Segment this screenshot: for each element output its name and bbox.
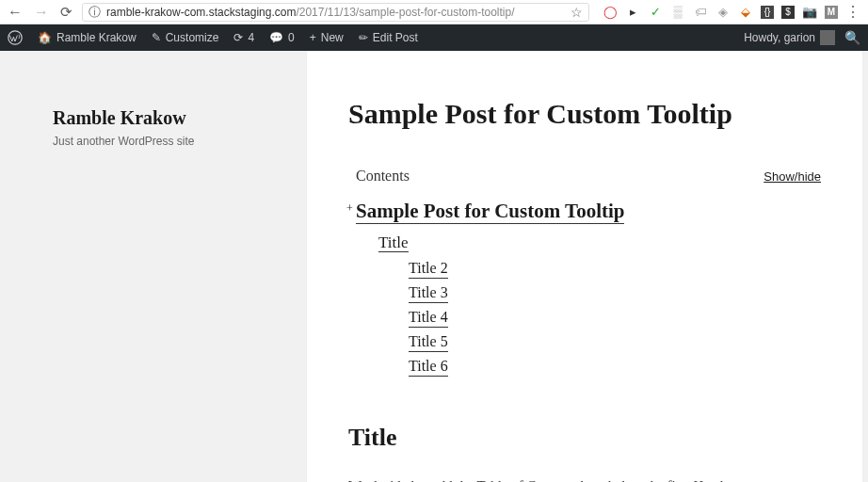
- browser-toolbar: ← → ⟳ ⓘ ramble-krakow-com.stackstaging.c…: [0, 0, 868, 24]
- ext-book-icon[interactable]: ▒: [670, 5, 685, 20]
- wp-logo[interactable]: [8, 30, 23, 45]
- toc-l3-link[interactable]: Title 3: [409, 284, 448, 303]
- wp-site-link[interactable]: 🏠 Ramble Krakow: [38, 31, 137, 44]
- ext-dollar-icon[interactable]: $: [781, 6, 795, 19]
- update-icon: ⟳: [233, 31, 243, 44]
- pencil-icon: ✏: [359, 31, 368, 44]
- nav-arrows: ← → ⟳: [8, 4, 72, 21]
- table-of-contents: Contents Show/hide +Sample Post for Cust…: [348, 168, 821, 377]
- toc-l3-link[interactable]: Title 6: [409, 358, 448, 377]
- ext-m-icon[interactable]: M: [825, 6, 838, 19]
- ext-opera-icon[interactable]: ◯: [603, 5, 618, 20]
- ext-code-icon[interactable]: {}: [761, 6, 774, 19]
- brush-icon: ✎: [152, 31, 161, 44]
- toc-level2: Title: [378, 233, 821, 252]
- wp-update-count: 4: [248, 31, 254, 44]
- toc-l2-link[interactable]: Title: [378, 233, 409, 252]
- wp-new-link[interactable]: + New: [310, 31, 344, 44]
- avatar: [820, 30, 835, 45]
- toc-level3: Title 2 Title 3 Title 4 Title 5 Title 6: [409, 260, 821, 377]
- content-column: Sample Post for Custom Tooltip Contents …: [260, 51, 868, 482]
- wordpress-icon: [8, 30, 23, 45]
- site-title[interactable]: Ramble Krakow: [53, 107, 237, 129]
- toc-l3-link[interactable]: Title 5: [409, 333, 448, 352]
- home-icon: 🏠: [38, 31, 52, 44]
- wp-edit-link[interactable]: ✏ Edit Post: [359, 31, 418, 44]
- wp-customize-link[interactable]: ✎ Customize: [152, 31, 219, 44]
- back-button[interactable]: ←: [8, 4, 23, 21]
- plus-icon: +: [310, 31, 316, 44]
- section-heading: Title: [348, 424, 821, 452]
- site-info-icon[interactable]: ⓘ: [88, 4, 101, 21]
- ext-flag-icon[interactable]: ▸: [625, 5, 640, 20]
- wp-account-link[interactable]: Howdy, garion: [744, 30, 835, 45]
- url-text: ramble-krakow-com.stackstaging.com/2017/…: [106, 6, 515, 19]
- toc-l3-link[interactable]: Title 2: [409, 260, 448, 279]
- toc-l3-link[interactable]: Title 4: [409, 309, 448, 328]
- wp-edit-label: Edit Post: [373, 31, 418, 44]
- ext-puzzle-icon[interactable]: ⬙: [738, 5, 753, 20]
- ext-check-icon[interactable]: ✓: [648, 5, 663, 20]
- wp-new-label: New: [321, 31, 344, 44]
- bookmark-star-icon[interactable]: ☆: [571, 5, 583, 20]
- wp-howdy-text: Howdy, garion: [744, 31, 815, 44]
- toc-main-text: Sample Post for Custom Tooltip: [356, 200, 624, 222]
- post-article: Sample Post for Custom Tooltip Contents …: [307, 51, 862, 482]
- wp-bar-right: Howdy, garion 🔍: [744, 30, 860, 45]
- plus-icon: +: [346, 201, 353, 216]
- url-bar[interactable]: ⓘ ramble-krakow-com.stackstaging.com/201…: [82, 3, 589, 22]
- forward-button[interactable]: →: [34, 4, 49, 21]
- site-tagline: Just another WordPress site: [53, 135, 237, 148]
- wp-comment-count: 0: [288, 31, 295, 44]
- wp-updates-link[interactable]: ⟳ 4: [233, 31, 254, 44]
- page-wrap: Ramble Krakow Just another WordPress sit…: [0, 51, 868, 482]
- reload-button[interactable]: ⟳: [60, 4, 72, 21]
- wp-customize-label: Customize: [166, 31, 219, 44]
- extension-icons: ◯ ▸ ✓ ▒ 🏷 ◈ ⬙ {} $ 📷 M ⋮: [599, 5, 860, 20]
- toc-header: Contents Show/hide: [356, 168, 821, 185]
- site-sidebar: Ramble Krakow Just another WordPress sit…: [0, 51, 260, 482]
- comment-icon: 💬: [269, 31, 283, 44]
- wp-bar-left: 🏠 Ramble Krakow ✎ Customize ⟳ 4 💬 0 + Ne…: [8, 30, 418, 45]
- body-paragraph: We decided to add the Table of Contents …: [348, 474, 821, 482]
- wp-admin-bar: 🏠 Ramble Krakow ✎ Customize ⟳ 4 💬 0 + Ne…: [0, 24, 868, 51]
- ext-tags-icon[interactable]: ◈: [715, 5, 731, 20]
- wp-search-icon[interactable]: 🔍: [844, 30, 860, 45]
- ext-tag-icon[interactable]: 🏷: [693, 5, 708, 20]
- post-title: Sample Post for Custom Tooltip: [348, 98, 821, 130]
- toc-main-link[interactable]: +Sample Post for Custom Tooltip: [356, 200, 624, 224]
- toc-level1: +Sample Post for Custom Tooltip: [356, 200, 821, 224]
- toc-toggle-link[interactable]: Show/hide: [764, 169, 821, 184]
- toc-label: Contents: [356, 168, 410, 185]
- wp-comments-link[interactable]: 💬 0: [269, 31, 295, 44]
- wp-site-name: Ramble Krakow: [56, 31, 137, 44]
- browser-menu-icon[interactable]: ⋮: [845, 5, 860, 20]
- ext-camera-icon[interactable]: 📷: [802, 5, 817, 20]
